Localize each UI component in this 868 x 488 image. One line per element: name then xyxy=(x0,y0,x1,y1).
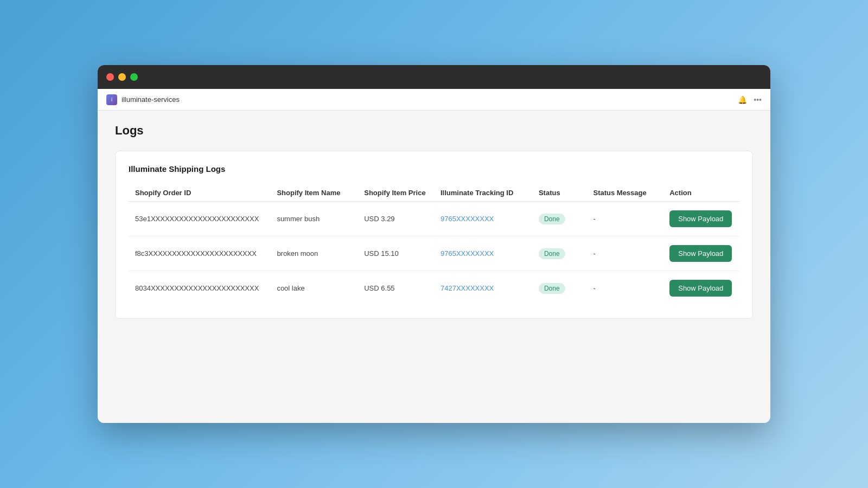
cell-item-name: summer bush xyxy=(270,202,358,236)
cell-item-name: broken moon xyxy=(270,236,358,271)
cell-action: Show Payload xyxy=(663,202,739,236)
browser-actions: 🔔 ••• xyxy=(738,95,762,104)
cell-price: USD 6.55 xyxy=(358,271,434,306)
tracking-link[interactable]: 7427XXXXXXXX xyxy=(441,284,494,292)
browser-bar: i illuminate-services 🔔 ••• xyxy=(98,89,770,111)
cell-message: - xyxy=(586,202,663,236)
logs-table: Shopify Order ID Shopify Item Name Shopi… xyxy=(129,184,739,305)
maximize-button[interactable] xyxy=(130,73,138,81)
cell-status: Done xyxy=(532,271,587,306)
more-icon[interactable]: ••• xyxy=(754,95,762,104)
content-area: Logs Illuminate Shipping Logs Shopify Or… xyxy=(98,111,770,423)
table-row: f8c3XXXXXXXXXXXXXXXXXXXXXXX broken moon … xyxy=(129,236,739,271)
cell-price: USD 3.29 xyxy=(358,202,434,236)
col-header-order-id: Shopify Order ID xyxy=(129,184,270,202)
col-header-status: Status xyxy=(532,184,587,202)
minimize-button[interactable] xyxy=(118,73,126,81)
status-badge: Done xyxy=(539,283,565,294)
table-title: Illuminate Shipping Logs xyxy=(129,164,739,174)
col-header-price: Shopify Item Price xyxy=(358,184,434,202)
bell-icon[interactable]: 🔔 xyxy=(738,95,747,104)
table-row: 8034XXXXXXXXXXXXXXXXXXXXXXX cool lake US… xyxy=(129,271,739,306)
status-badge: Done xyxy=(539,248,565,259)
page-title: Logs xyxy=(115,124,753,138)
col-header-tracking: Illuminate Tracking ID xyxy=(434,184,532,202)
cell-item-name: cool lake xyxy=(270,271,358,306)
cell-status: Done xyxy=(532,236,587,271)
cell-status: Done xyxy=(532,202,587,236)
cell-message: - xyxy=(586,236,663,271)
cell-tracking: 9765XXXXXXXX xyxy=(434,236,532,271)
app-icon: i xyxy=(106,94,117,105)
cell-tracking: 7427XXXXXXXX xyxy=(434,271,532,306)
cell-tracking: 9765XXXXXXXX xyxy=(434,202,532,236)
traffic-lights xyxy=(106,73,138,81)
tracking-link[interactable]: 9765XXXXXXXX xyxy=(441,249,494,258)
show-payload-button[interactable]: Show Payload xyxy=(669,280,732,297)
cell-order-id: 8034XXXXXXXXXXXXXXXXXXXXXXX xyxy=(129,271,270,306)
col-header-message: Status Message xyxy=(586,184,663,202)
show-payload-button[interactable]: Show Payload xyxy=(669,210,732,227)
show-payload-button[interactable]: Show Payload xyxy=(669,245,732,262)
cell-price: USD 15.10 xyxy=(358,236,434,271)
app-name-label: illuminate-services xyxy=(122,95,738,104)
col-header-item-name: Shopify Item Name xyxy=(270,184,358,202)
close-button[interactable] xyxy=(106,73,114,81)
col-header-action: Action xyxy=(663,184,739,202)
tracking-link[interactable]: 9765XXXXXXXX xyxy=(441,215,494,223)
status-badge: Done xyxy=(539,214,565,224)
cell-message: - xyxy=(586,271,663,306)
logs-table-container: Illuminate Shipping Logs Shopify Order I… xyxy=(115,151,753,319)
cell-action: Show Payload xyxy=(663,271,739,306)
table-row: 53e1XXXXXXXXXXXXXXXXXXXXXXX summer bush … xyxy=(129,202,739,236)
titlebar xyxy=(98,65,770,89)
cell-order-id: 53e1XXXXXXXXXXXXXXXXXXXXXXX xyxy=(129,202,270,236)
cell-action: Show Payload xyxy=(663,236,739,271)
cell-order-id: f8c3XXXXXXXXXXXXXXXXXXXXXXX xyxy=(129,236,270,271)
app-window: i illuminate-services 🔔 ••• Logs Illumin… xyxy=(98,65,770,423)
